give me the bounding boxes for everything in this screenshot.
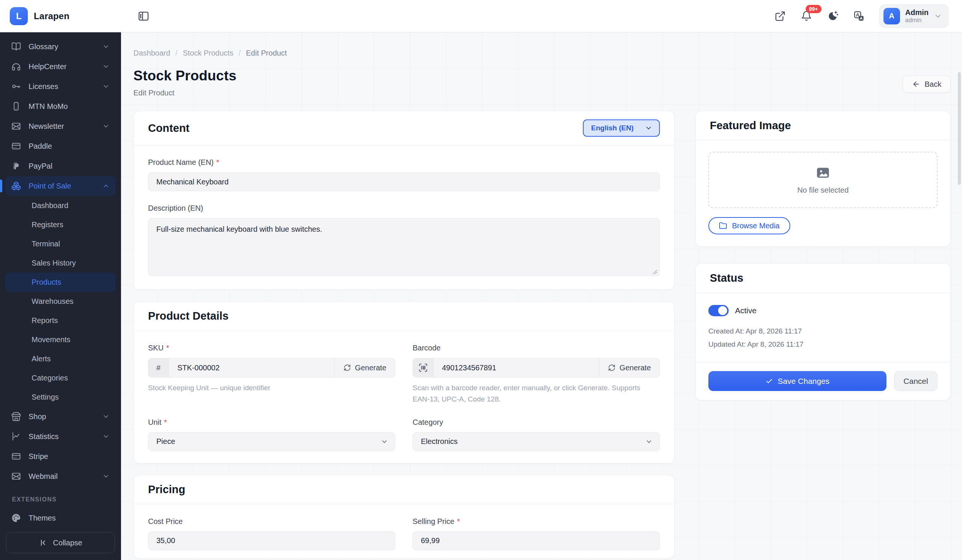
sidebar-item-pos-dashboard[interactable]: Dashboard xyxy=(5,196,116,215)
breadcrumb-separator: / xyxy=(239,49,241,58)
sidebar-item-pos-categories[interactable]: Categories xyxy=(5,369,116,388)
cancel-button[interactable]: Cancel xyxy=(894,371,938,391)
chevron-down-icon xyxy=(102,83,110,90)
sidebar-item-webmail[interactable]: Webmail xyxy=(5,467,116,486)
chevron-down-icon xyxy=(102,473,110,480)
sidebar-item-label: Newsletter xyxy=(29,122,64,131)
chevron-up-icon xyxy=(102,182,110,190)
sidebar-item-pos-alerts[interactable]: Alerts xyxy=(5,349,116,369)
label-text: Unit xyxy=(148,418,161,426)
breadcrumb: Dashboard / Stock Products / Edit Produc… xyxy=(133,49,951,58)
sidebar-item-pos-sales-history[interactable]: Sales History xyxy=(5,254,116,273)
sidebar-item-licenses[interactable]: Licenses xyxy=(5,77,116,96)
user-name: Admin xyxy=(905,8,928,17)
dark-mode-icon[interactable] xyxy=(827,10,839,22)
sidebar-item-pos-terminal[interactable]: Terminal xyxy=(5,234,116,254)
save-changes-button[interactable]: Save Changes xyxy=(709,371,886,391)
image-dropzone[interactable]: No file selected xyxy=(709,152,938,208)
barcode-generate-button[interactable]: Generate xyxy=(599,358,660,377)
chevron-down-icon xyxy=(645,438,653,446)
credit-card-icon xyxy=(11,451,21,461)
sidebar-item-statistics[interactable]: Statistics xyxy=(5,426,116,446)
language-switch-icon[interactable] xyxy=(853,10,865,22)
refresh-icon xyxy=(608,364,615,372)
sku-value[interactable]: STK-000002 xyxy=(169,358,334,377)
content-card-title: Content xyxy=(148,122,189,134)
headphones-icon xyxy=(11,61,21,71)
no-file-text: No file selected xyxy=(797,186,849,195)
toggle-knob xyxy=(718,306,727,315)
sidebar-item-pos-reports[interactable]: Reports xyxy=(5,311,116,330)
sidebar-nav: Glossary HelpCenter Licenses MTN MoMo Ne… xyxy=(0,32,121,532)
sidebar-item-glossary[interactable]: Glossary xyxy=(5,37,116,56)
product-details-title: Product Details xyxy=(148,310,228,322)
notification-count-badge: 99+ xyxy=(805,5,822,13)
sku-generate-button[interactable]: Generate xyxy=(334,358,395,377)
status-body: Active Created At: Apr 8, 2026 11:17 Upd… xyxy=(696,293,950,362)
sidebar-item-pos-warehouses[interactable]: Warehouses xyxy=(5,292,116,311)
active-indicator xyxy=(0,180,2,192)
hash-prefix: # xyxy=(148,358,169,377)
sidebar-item-paddle[interactable]: Paddle xyxy=(5,136,116,156)
product-details-body: SKU * # STK-000002 Generate xyxy=(134,331,674,463)
label-text: Category xyxy=(413,418,443,426)
cost-price-input[interactable] xyxy=(148,531,395,550)
featured-image-title: Featured Image xyxy=(710,119,791,132)
sidebar-item-label: Themes xyxy=(29,514,56,523)
product-details-card: Product Details SKU * # xyxy=(133,301,675,463)
updated-at-text: Updated At: Apr 8, 2026 11:17 xyxy=(709,340,938,349)
label-text: Cost Price xyxy=(148,517,182,526)
status-header: Status xyxy=(696,264,950,293)
status-title: Status xyxy=(710,272,743,284)
unit-select-value: Piece xyxy=(157,437,175,446)
status-card: Status Active Created At: Apr 8, 2026 11… xyxy=(695,263,951,401)
sidebar-item-paypal[interactable]: PayPal xyxy=(5,156,116,176)
check-icon xyxy=(765,377,773,385)
sidebar-item-pos-settings[interactable]: Settings xyxy=(5,388,116,407)
category-select-value: Electronics xyxy=(421,437,458,446)
user-menu[interactable]: A Admin admin xyxy=(879,5,949,28)
product-name-input[interactable] xyxy=(148,172,660,191)
left-column: Content English (EN) Product Name (EN) * xyxy=(133,111,675,560)
sidebar-item-mtn-momo[interactable]: MTN MoMo xyxy=(5,97,116,116)
resize-handle-icon[interactable] xyxy=(652,269,658,275)
language-selector[interactable]: English (EN) xyxy=(583,119,660,137)
sidebar-toggle-icon[interactable] xyxy=(137,10,150,22)
active-toggle[interactable] xyxy=(709,305,729,316)
barcode-value[interactable]: 4901234567891 xyxy=(433,358,599,377)
breadcrumb-stock-products[interactable]: Stock Products xyxy=(182,49,233,58)
breadcrumb-dashboard[interactable]: Dashboard xyxy=(133,49,170,58)
pricing-title: Pricing xyxy=(148,483,185,496)
pricing-body: Cost Price Selling Price * xyxy=(134,504,674,558)
pricing-card: Pricing Cost Price xyxy=(133,475,675,559)
image-icon xyxy=(815,165,830,180)
language-selector-value: English (EN) xyxy=(591,124,634,132)
credit-card-icon xyxy=(11,141,21,151)
page-content: Dashboard / Stock Products / Edit Produc… xyxy=(121,32,962,560)
sidebar-item-pos-movements[interactable]: Movements xyxy=(5,330,116,349)
sidebar-item-shop[interactable]: Shop xyxy=(5,407,116,426)
category-select[interactable]: Electronics xyxy=(413,432,660,451)
brand-logo[interactable]: L xyxy=(10,7,28,25)
sidebar-item-helpcenter[interactable]: HelpCenter xyxy=(5,57,116,76)
pricing-row: Cost Price Selling Price * xyxy=(148,517,660,550)
sidebar-item-newsletter[interactable]: Newsletter xyxy=(5,116,116,136)
featured-image-body: No file selected Browse Media xyxy=(696,140,950,246)
back-button[interactable]: Back xyxy=(902,76,951,93)
sidebar-item-point-of-sale[interactable]: Point of Sale xyxy=(5,176,116,196)
notifications-button[interactable]: 99+ xyxy=(801,10,812,22)
sidebar-item-pos-products[interactable]: Products xyxy=(5,273,116,292)
description-textarea[interactable]: Full-size mechanical keyboard with blue … xyxy=(148,218,660,276)
collapse-sidebar-button[interactable]: Collapse xyxy=(6,532,115,553)
sidebar-item-stripe[interactable]: Stripe xyxy=(5,447,116,466)
sidebar-item-pos-registers[interactable]: Registers xyxy=(5,215,116,234)
sidebar-item-label: Paddle xyxy=(29,142,52,151)
sidebar-item-themes[interactable]: Themes xyxy=(5,508,116,528)
page-scrollbar-thumb[interactable] xyxy=(958,72,961,185)
unit-select[interactable]: Piece xyxy=(148,432,395,451)
browse-media-button[interactable]: Browse Media xyxy=(709,217,790,234)
selling-price-input[interactable] xyxy=(413,531,660,550)
external-link-icon[interactable] xyxy=(774,10,786,22)
featured-image-card: Featured Image No file selected Browse M… xyxy=(695,111,951,247)
chevron-down-icon xyxy=(934,12,942,20)
